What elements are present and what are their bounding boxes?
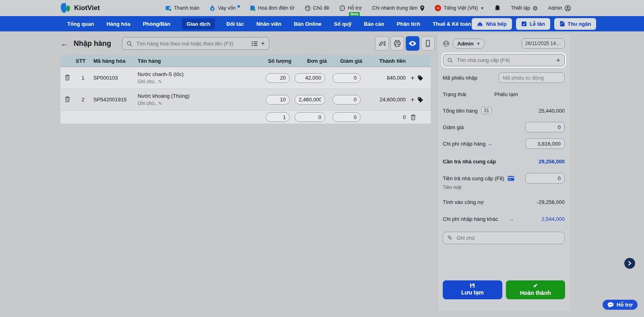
unit-price-input[interactable] (295, 95, 325, 105)
menu-hoa-don-dien-tu[interactable]: ✓ Hoá đơn điện tử (250, 5, 295, 11)
tab-giao-dich[interactable]: Giao dịch (182, 19, 215, 29)
mobile-button[interactable] (421, 36, 435, 51)
floppy-icon (470, 283, 475, 288)
menu-chu-de[interactable]: Chủ đề (305, 5, 329, 11)
other-cost-label: Chi phí nhập hàng khác (443, 216, 498, 222)
debt-label: Tính vào công nợ (443, 199, 484, 205)
delete-row-icon[interactable] (65, 96, 70, 102)
chat-bubble-icon (607, 302, 614, 308)
price-tag-icon[interactable] (417, 97, 423, 103)
receipt-code-input[interactable] (499, 72, 565, 83)
barcode-scanner-button[interactable] (375, 36, 389, 51)
admin-menu[interactable]: Admin (548, 5, 571, 11)
next-step-button[interactable] (624, 258, 635, 269)
visibility-toggle-button[interactable] (406, 36, 419, 51)
beta-badge: Beta (349, 12, 360, 16)
import-cost-input[interactable] (525, 138, 565, 149)
vietnam-flag-icon: ★ (435, 5, 441, 11)
order-discount-input[interactable] (525, 122, 565, 132)
notifications-button[interactable] (494, 5, 501, 12)
supplier-search-input[interactable] (456, 57, 553, 64)
quantity-input[interactable] (266, 73, 290, 83)
menu-chi-nhanh[interactable]: Chi nhánh trung tâm (372, 5, 425, 11)
language-selector[interactable]: ★ Tiếng Việt (VN) ▼ (435, 5, 484, 11)
person-icon (565, 5, 571, 11)
arrow-right-icon[interactable]: → (508, 216, 514, 222)
tab-doi-tac[interactable]: Đối tác (226, 19, 245, 29)
add-supplier-icon[interactable]: + (556, 56, 560, 64)
col-thanh-tien: Thành tiền (364, 57, 409, 65)
kitchen-button[interactable]: Nhà bếp (472, 18, 512, 30)
total-quantity-badge: 31 (481, 107, 492, 114)
tab-nhan-vien[interactable]: Nhân viên (256, 19, 282, 29)
complete-button[interactable]: ✔ Hoàn thành (506, 280, 566, 299)
tab-thue-ke-toan[interactable]: Thuế & Kế toán (432, 19, 472, 29)
quantity-input[interactable] (266, 95, 290, 105)
unit-price-input[interactable] (295, 73, 325, 83)
reception-button[interactable]: Lễ tân (516, 18, 550, 30)
add-line-icon[interactable]: + (411, 96, 415, 104)
product-search: + (122, 37, 269, 50)
product-search-input[interactable] (136, 40, 248, 47)
paid-amount-input[interactable] (525, 173, 565, 183)
discount-input[interactable] (332, 112, 361, 122)
tab-tong-quan[interactable]: Tổng quan (66, 19, 95, 29)
svg-text:✓: ✓ (253, 8, 255, 11)
delete-row-icon[interactable] (65, 74, 70, 80)
search-icon (447, 58, 453, 63)
status-label: Trạng thái (443, 91, 494, 97)
row-note[interactable]: Ghi chú...✎ (138, 101, 255, 106)
col-don-gia: Đơn giá (293, 57, 328, 65)
menu-thanh-toan[interactable]: Thanh toán (165, 5, 199, 11)
order-note-input[interactable] (456, 235, 560, 241)
paid-label: Tiền trả nhà cung cấp (F8) (443, 175, 504, 181)
top-bar: KiotViet Thanh toán $ Vay vốn ✓ Hoá đơn … (0, 0, 644, 16)
discount-input[interactable] (332, 95, 361, 105)
product-code: SP000103 (92, 74, 136, 82)
payment-card-icon[interactable] (508, 176, 514, 181)
discount-label: Giảm giá (443, 124, 464, 130)
save-draft-button[interactable]: Lưu tạm (443, 280, 502, 299)
tab-so-quy[interactable]: Sổ quỹ (333, 19, 352, 29)
delete-row-icon[interactable] (411, 114, 416, 120)
col-ma-hang-hoa: Mã hàng hóa (92, 57, 136, 65)
arrow-right-icon[interactable]: → (487, 141, 492, 147)
line-total: 840,000 (364, 74, 409, 82)
add-line-icon[interactable]: + (411, 74, 415, 82)
tab-bao-cao[interactable]: Báo cáo (363, 19, 385, 29)
datetime-picker[interactable]: 26/11/2025 14:... (522, 38, 565, 49)
tab-ban-online[interactable]: Bán Online (293, 19, 322, 29)
pencil-icon: ✎ (158, 79, 162, 84)
add-product-icon[interactable]: + (261, 39, 265, 47)
table-row: 2 SP542001915 Nước khoáng (Thùng) Ghi ch… (60, 89, 431, 111)
menu-ho-tro[interactable]: Hỗ trợ Beta (339, 5, 362, 11)
quick-access-buttons: Nhà bếp Lễ tân Thu ngân (472, 18, 596, 30)
settings-button[interactable]: Thiết lập ⚙ (511, 5, 538, 11)
tab-phong-ban[interactable]: Phòng/Bàn (142, 19, 171, 29)
cashier-button[interactable]: Thu ngân (554, 18, 597, 30)
row-index: 2 (74, 96, 92, 103)
back-arrow-icon[interactable]: ← (60, 39, 68, 48)
search-icon (126, 41, 132, 47)
print-button[interactable] (390, 36, 404, 51)
unit-price-input[interactable] (295, 112, 325, 122)
menu-vay-von[interactable]: $ Vay vốn (209, 5, 239, 11)
chevron-down-icon: ▼ (480, 6, 484, 10)
order-summary-panel: Admin ▼ 26/11/2025 14:... + Mã phiếu nhậ… (437, 34, 570, 311)
brand[interactable]: KiotViet (60, 3, 100, 13)
tab-hang-hoa[interactable]: Hàng hóa (105, 19, 131, 29)
check-icon: ✔ (533, 283, 538, 288)
product-name: Nước chanh-S (lốc) (138, 71, 255, 77)
quantity-input[interactable] (266, 112, 290, 122)
discount-input[interactable] (332, 73, 361, 83)
support-fab[interactable]: Hỗ trợ (603, 300, 638, 310)
list-select-icon[interactable] (252, 41, 258, 46)
col-stt: STT (74, 57, 92, 65)
table-header-row: STT Mã hàng hóa Tên hàng Số lượng Đơn gi… (60, 55, 431, 67)
row-note[interactable]: Ghi chú...✎ (138, 79, 255, 84)
price-tag-icon[interactable] (417, 75, 423, 81)
payment-method[interactable]: Tiền mặt (443, 185, 565, 190)
tab-phan-tich[interactable]: Phân tích (396, 19, 421, 29)
col-giam-gia: Giảm giá (328, 57, 364, 65)
staff-selector[interactable]: Admin ▼ (452, 39, 485, 49)
